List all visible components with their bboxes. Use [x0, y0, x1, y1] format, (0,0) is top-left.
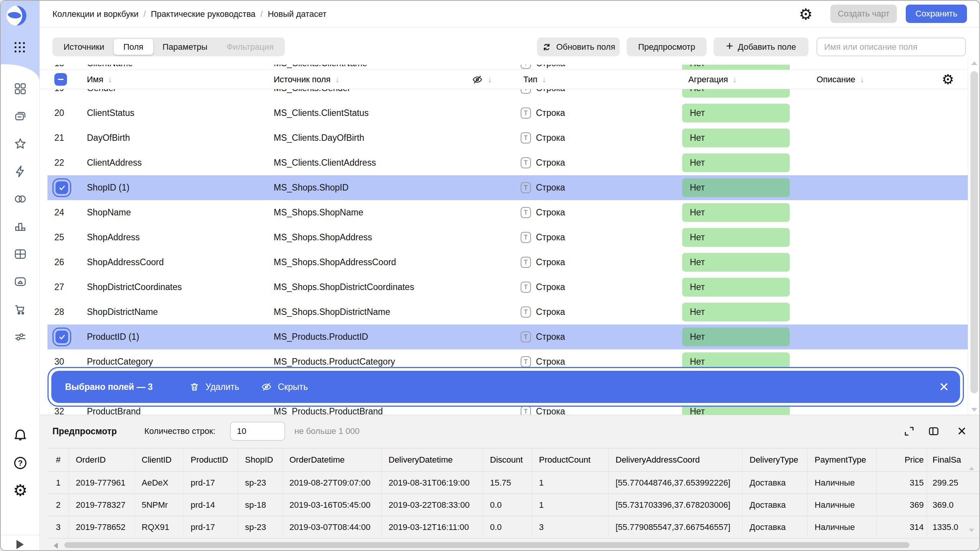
column-header-hidden[interactable]: ↓ — [472, 70, 492, 89]
row-limit-hint: не больше 1 000 — [294, 415, 359, 447]
add-field-button[interactable]: + Добавить поле — [714, 37, 808, 56]
field-row[interactable]: 27 ShopDistrictCoordinates MS_Shops.Shop… — [47, 275, 968, 300]
row-checkbox[interactable] — [56, 181, 68, 194]
scroll-left-icon[interactable] — [54, 543, 58, 549]
tab-sources[interactable]: Источники — [54, 39, 114, 55]
field-source[interactable]: MS_Shops.ShopID — [274, 175, 349, 200]
field-row[interactable]: 20 ClientStatus MS_Clients.ClientStatus … — [47, 101, 968, 126]
field-search-input[interactable] — [817, 37, 966, 56]
field-row[interactable]: 24 ShopName MS_Shops.ShopName Строка Нет — [47, 200, 968, 225]
bell-icon[interactable] — [13, 428, 28, 443]
field-row[interactable]: 29 ProductID (1) MS_Products.ProductID С… — [47, 324, 968, 349]
column-header-type[interactable]: Тип ↓ — [523, 70, 546, 89]
horizontal-scrollbar-thumb[interactable] — [64, 542, 910, 548]
hide-selected-button[interactable]: Скрыть — [261, 381, 308, 393]
star-favorites-icon[interactable] — [13, 136, 28, 152]
breadcrumb-guides[interactable]: Практические руководства — [151, 9, 255, 19]
stacked-workbooks-icon[interactable] — [13, 109, 28, 124]
field-type[interactable]: Строка — [521, 126, 565, 150]
aggregation-select[interactable]: Нет — [682, 178, 790, 197]
field-type[interactable]: Строка — [521, 175, 565, 200]
aggregation-select[interactable]: Нет — [682, 129, 790, 147]
field-row[interactable]: 28 ShopDistrictName MS_Shops.ShopDistric… — [47, 300, 968, 324]
expand-preview-icon[interactable] — [903, 425, 915, 437]
row-checkbox[interactable] — [56, 331, 68, 343]
breadcrumb-collections[interactable]: Коллекции и воркбуки — [52, 9, 139, 19]
field-type[interactable]: Строка — [521, 275, 565, 300]
field-type[interactable]: Строка — [521, 300, 565, 324]
sliders-services-icon[interactable] — [13, 329, 28, 344]
preview-cell: 2019-778652 — [69, 516, 135, 538]
help-icon[interactable]: ? — [13, 455, 28, 471]
delete-selected-button[interactable]: Удалить — [189, 381, 239, 392]
preview-row: 12019-777961AeDeXprd-17sp-232019-08-27T0… — [47, 472, 980, 494]
field-source[interactable]: MS_Shops.ShopAddressCoord — [274, 250, 396, 275]
field-row[interactable]: 21 DayOfBirth MS_Clients.DayOfBirth Стро… — [47, 126, 968, 150]
field-source[interactable]: MS_Shops.ShopName — [274, 200, 363, 225]
aggregation-select[interactable]: Нет — [682, 253, 790, 272]
connections-circles-icon[interactable] — [13, 191, 28, 207]
field-row[interactable]: 25 ShopAddress MS_Shops.ShopAddress Стро… — [47, 225, 968, 250]
tab-fields[interactable]: Поля — [114, 39, 153, 55]
field-row[interactable]: 22 ClientAddress MS_Clients.ClientAddres… — [47, 150, 968, 175]
settings-gear-icon[interactable]: ⚙ — [13, 483, 28, 498]
field-type[interactable]: Строка — [521, 200, 565, 225]
row-count-input[interactable] — [230, 422, 285, 441]
field-source[interactable]: MS_Shops.ShopAddress — [274, 225, 372, 250]
select-all-checkbox[interactable] — [54, 73, 67, 86]
dataset-tabs: Источники Поля Параметры Фильтрация — [52, 37, 285, 56]
field-type[interactable]: Строка — [521, 225, 565, 250]
aggregation-select[interactable]: Нет — [682, 328, 790, 346]
dashboard-grid-icon[interactable] — [13, 246, 28, 262]
expand-sidebar-icon[interactable] — [16, 540, 24, 549]
field-row[interactable]: 23 ShopID (1) MS_Shops.ShopID Строка Нет — [47, 175, 968, 200]
preview-scroll-down-icon[interactable] — [969, 529, 974, 532]
field-type[interactable]: Строка — [521, 324, 565, 349]
datalens-logo-icon[interactable] — [6, 5, 27, 26]
column-header-description[interactable]: Описание ↓ — [817, 70, 864, 89]
lightning-icon[interactable] — [13, 164, 28, 179]
field-source[interactable]: MS_Clients.ClientStatus — [274, 101, 369, 126]
apps-grid-icon[interactable] — [15, 42, 25, 53]
column-header-aggregation[interactable]: Агрегация ↓ — [688, 70, 737, 89]
save-button[interactable]: Сохранить — [906, 5, 967, 23]
dataset-settings-gear-icon[interactable]: ⚙ — [798, 7, 813, 22]
aggregation-select[interactable]: Нет — [682, 104, 790, 122]
field-source[interactable]: MS_Shops.ShopDistrictCoordinates — [274, 275, 414, 300]
field-type[interactable]: Строка — [521, 150, 565, 175]
field-row[interactable]: 26 ShopAddressCoord MS_Shops.ShopAddress… — [47, 250, 968, 275]
scroll-down-icon[interactable] — [971, 408, 977, 412]
preview-toggle-button[interactable]: Предпросмотр — [627, 37, 707, 56]
field-type[interactable]: Строка — [521, 250, 565, 275]
field-source[interactable]: MS_Shops.ShopDistrictName — [274, 300, 390, 324]
field-source[interactable]: MS_Clients.ClientAddress — [274, 150, 376, 175]
scroll-up-icon[interactable] — [971, 61, 977, 65]
aggregation-select[interactable]: Нет — [682, 203, 790, 222]
field-source[interactable]: MS_Products.ProductID — [274, 324, 368, 349]
close-preview-icon[interactable]: × — [957, 423, 966, 439]
table-settings-gear-icon[interactable]: ⚙ — [942, 70, 957, 89]
aggregation-select[interactable]: Нет — [682, 278, 790, 297]
field-type[interactable]: Строка — [521, 101, 565, 126]
refresh-fields-button[interactable]: Обновить поля — [537, 37, 620, 56]
field-source[interactable]: MS_Clients.DayOfBirth — [274, 126, 364, 150]
grid-squares-icon[interactable] — [13, 81, 28, 96]
tab-parameters[interactable]: Параметры — [153, 39, 217, 55]
aggregation-select[interactable]: Нет — [682, 228, 790, 247]
aggregation-select[interactable]: Нет — [682, 153, 790, 172]
cart-marketplace-icon[interactable] — [13, 302, 28, 317]
column-header-source[interactable]: Источник поля ↓ — [274, 70, 340, 89]
column-header-name[interactable]: Имя ↓ — [87, 70, 112, 89]
eye-off-icon — [472, 74, 483, 85]
preview-cell: 0.0 — [483, 494, 532, 516]
preview-column-header: OrderDatetime — [283, 448, 382, 471]
close-selection-icon[interactable]: × — [939, 379, 949, 395]
split-view-icon[interactable] — [928, 425, 939, 437]
folder-storage-icon[interactable] — [13, 274, 28, 289]
breadcrumb-separator: / — [260, 9, 263, 19]
bar-chart-icon[interactable] — [13, 219, 28, 234]
string-type-icon — [521, 157, 531, 168]
aggregation-select[interactable]: Нет — [682, 303, 790, 321]
scrollbar-thumb[interactable] — [970, 71, 978, 393]
preview-scroll-up-icon[interactable] — [969, 467, 974, 470]
